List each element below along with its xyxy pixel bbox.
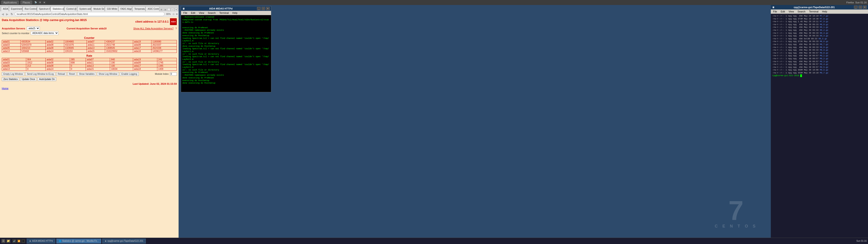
file-entry: -rw-r--r-- 1 npg npg 45K May 30 09:33 R8… [772, 35, 867, 37]
empty-log-window-button[interactable]: Empty Log Window [2, 72, 24, 76]
cell: aida18 [133, 67, 157, 71]
tab-runcontrol[interactable]: Run Control @ c... ✕ [23, 6, 37, 11]
page-title: Data Acquisition Statistics @ http carme… [2, 18, 87, 22]
tab-spectrum[interactable]: Spectrum Brow... ✕ [37, 6, 51, 11]
cell: aida19 [133, 40, 151, 43]
tab-gsi[interactable]: GSI White Rab... ✕ [105, 6, 118, 11]
right-menu-help[interactable]: Help [821, 10, 829, 13]
show-all-link[interactable]: Show ALL Data Acquisition Servers? [133, 27, 174, 30]
tab-statistics[interactable]: Statistics @ car... ✕ [51, 6, 64, 11]
forward-button[interactable]: ▶ [5, 12, 9, 16]
tray-app-icon-1[interactable]: 🔊 [12, 239, 16, 243]
menu-view[interactable]: View [197, 11, 206, 14]
cell: 2021748 [105, 43, 133, 47]
file-entry: -rw-r--r-- 1 npg npg 45K May 30 09:57 M9… [772, 66, 867, 69]
right-menu-search[interactable]: Search [796, 10, 807, 13]
browser-close-button[interactable]: ✕ [175, 8, 178, 11]
show-log-window-button[interactable]: Show Log Window [97, 72, 119, 76]
tab-experiment[interactable]: Experiment Cor... ✕ [9, 6, 23, 11]
zero-stats-button[interactable]: Zero Statistics [2, 77, 19, 81]
aida-maximize-button[interactable]: □ [261, 7, 265, 10]
logo-box: AIDA [170, 18, 177, 25]
menu-edit[interactable]: Edit [190, 11, 197, 14]
browser-minimize-button[interactable]: _ [167, 8, 170, 11]
reload-button[interactable]: Reload [56, 72, 67, 76]
show-variables-button[interactable]: Show Variables [77, 72, 96, 76]
terminal-line: done executing do PreReset [182, 32, 270, 35]
aida-terminal-content[interactable]: ::RunControlClient created Completed cus… [181, 15, 271, 92]
tab-systemwide[interactable]: System-wide Ch... ✕ [77, 6, 91, 11]
tray-icon-2[interactable]: ⊞ [38, 1, 42, 4]
auto-update-button[interactable]: AutoUpdate On [37, 77, 56, 81]
cell: aida13 [2, 67, 26, 71]
aida-minimize-button[interactable]: _ [257, 7, 260, 10]
taskbar-places-icon[interactable]: 📁 [6, 239, 10, 243]
right-menu-terminal[interactable]: Terminal [808, 10, 820, 13]
cell: aida13 [87, 47, 105, 50]
right-maximize-button[interactable]: □ [859, 6, 862, 9]
right-menu-file[interactable]: File [772, 10, 778, 13]
tab-modulesetting[interactable]: Module Setting... ✕ [91, 6, 105, 11]
right-menu-view[interactable]: View [787, 10, 796, 13]
middle-section: 🖥 AIDA MIDAS HTTPd _ □ ✕ File Edit View … [179, 5, 771, 238]
nav-icon-2[interactable]: ≡ [176, 12, 178, 16]
acq-server-select[interactable]: aida15 [27, 26, 40, 30]
send-log-button[interactable]: Send Log Window to ELog [25, 72, 55, 76]
tab-asic[interactable]: ASIC Control @... ✕ [146, 6, 159, 11]
tray-icon-3[interactable]: ◈ [42, 1, 46, 4]
taskbar-apps-icon[interactable]: ☰ [1, 239, 5, 243]
centos-version-number: 7 [715, 197, 757, 224]
cell: 10034 [110, 67, 133, 71]
current-server-label: Current Acquisition Server aida10 [41, 27, 131, 30]
cell: aida07 [87, 40, 105, 43]
cell: aida14 [46, 67, 70, 71]
terminal-line: ::MASTERS namespace already exists [182, 29, 270, 32]
tab-label: Run Control @ c... [25, 8, 37, 10]
new-tab-button[interactable]: + [160, 8, 163, 11]
tab-control[interactable]: Control @ car... ✕ [64, 6, 77, 11]
right-terminal-content[interactable]: -rw-r--r-- 1 npg npg 45K May 29 18:18 M7… [771, 14, 868, 238]
tab-fadc[interactable]: FADC Align & C... ✕ [119, 6, 132, 11]
update-once-button[interactable]: Update Once [20, 77, 37, 81]
right-terminal-title: rpg@carme-gsi:/TapeData/G22-201 [774, 6, 854, 8]
browser-maximize-button[interactable]: □ [171, 8, 174, 11]
enable-logging-button[interactable]: Enable Logging [120, 72, 139, 76]
reset-button[interactable]: Reset [67, 72, 76, 76]
home-link[interactable]: Home [2, 87, 8, 90]
module-index-input[interactable] [170, 72, 177, 76]
nav-icon-1[interactable]: ☆ [172, 12, 175, 16]
cell: aida01 [2, 40, 21, 43]
menu-search[interactable]: Search [206, 11, 217, 14]
tab-bar: AIDA ✕ Experiment Cor... ✕ Run Control @… [0, 5, 179, 11]
cell: aida07 [86, 58, 110, 61]
tray-app-icon-2[interactable]: 📶 [17, 239, 21, 243]
tab-aida[interactable]: AIDA ✕ [1, 6, 9, 11]
taskbar-item-terminal[interactable]: 🖥 rpg@carme-gsi:/TapeData/G22-201 [102, 239, 146, 244]
menu-help[interactable]: Help [231, 11, 239, 14]
menu-terminal[interactable]: Terminal [218, 11, 230, 14]
file-entry: -rw-r--r-- 1 npg npg 45K May 30 09:33 R8… [772, 26, 867, 29]
file-entry: -rw-r--r-- 1 npg npg 359M May 30 10:10 M… [772, 72, 867, 74]
menu-file[interactable]: File [182, 11, 189, 14]
places-menu[interactable]: Places [21, 1, 32, 4]
right-close-button[interactable]: ✕ [863, 6, 867, 9]
taskbar-item-stats[interactable]: 🌐 Statistics @ carme-gsi - Mozilla Fir..… [56, 239, 101, 244]
applications-menu[interactable]: Applications [1, 1, 19, 4]
back-button[interactable]: ◀ [1, 12, 4, 16]
cell: aida08 [46, 47, 64, 50]
cell: 1064210 [20, 47, 46, 50]
tray-app-icon-3[interactable]: ⚙ [21, 239, 25, 243]
tray-icon-1[interactable]: 📡 [34, 1, 37, 4]
cell: 0 [26, 67, 46, 71]
reload-button[interactable]: ↻ [10, 12, 14, 16]
more-tabs-button[interactable]: » [163, 8, 167, 11]
aida-close-button[interactable]: ✕ [266, 7, 270, 10]
aida-window-controls: _ □ ✕ [257, 7, 270, 10]
cell: aida13 [2, 50, 21, 53]
url-bar[interactable] [15, 12, 164, 16]
taskbar-item-aida[interactable]: 🖥 AIDA MIDAS HTTPd [27, 239, 55, 244]
right-menu-edit[interactable]: Edit [779, 10, 786, 13]
right-minimize-button[interactable]: _ [854, 6, 858, 9]
monitor-select[interactable]: AIDA ADC data items [31, 31, 59, 35]
tab-temp[interactable]: Temperature a... ✕ [132, 6, 145, 11]
